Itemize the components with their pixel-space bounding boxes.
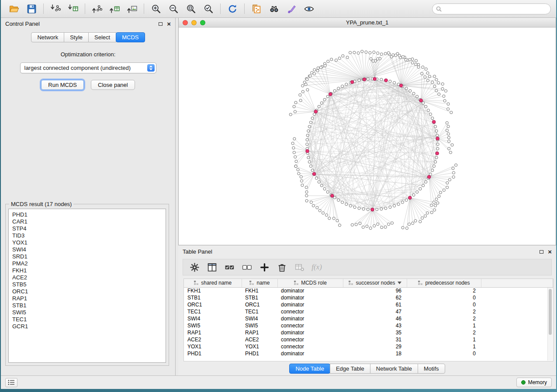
columns-button[interactable] <box>205 261 219 274</box>
close-panel-button[interactable]: Close panel <box>91 80 135 90</box>
import-table-button[interactable] <box>65 2 81 15</box>
cell-shared-name[interactable]: SWI5 <box>184 322 242 329</box>
mcds-result-item[interactable]: CAR1 <box>12 218 166 225</box>
cell-predecessor-nodes[interactable]: 2 <box>407 329 481 336</box>
mcds-result-item[interactable]: GCR1 <box>12 323 166 330</box>
apply-style-button[interactable] <box>284 2 299 15</box>
cell-predecessor-nodes[interactable]: 2 <box>407 315 481 322</box>
cell-name[interactable]: TEC1 <box>242 308 277 315</box>
search-field[interactable] <box>432 3 551 14</box>
cell-shared-name[interactable]: FKH1 <box>184 287 242 294</box>
export-image-button[interactable] <box>124 2 140 15</box>
table-row[interactable]: PHD1PHD1dominator180 <box>184 350 553 357</box>
table-row[interactable]: RAP1RAP1dominator352 <box>184 329 553 336</box>
cell-shared-name[interactable]: SWI4 <box>184 315 242 322</box>
table-tab-network-table[interactable]: Network Table <box>370 364 418 374</box>
refresh-layout-button[interactable] <box>225 2 240 15</box>
mcds-result-item[interactable]: SWI4 <box>12 246 166 253</box>
mcds-result-item[interactable]: SRD1 <box>12 253 166 260</box>
mcds-result-item[interactable]: FKH1 <box>12 267 166 274</box>
cell-shared-name[interactable]: STB1 <box>184 294 242 301</box>
mcds-result-item[interactable]: STB1 <box>12 302 166 309</box>
column-header-name[interactable]: name <box>242 279 277 287</box>
delete-row-button[interactable] <box>275 261 289 274</box>
table-scrollbar[interactable] <box>547 288 553 361</box>
control-panel-float-button[interactable] <box>159 22 163 26</box>
tab-network[interactable]: Network <box>31 32 64 42</box>
cell-name[interactable]: YOX1 <box>242 343 277 350</box>
cell-name[interactable]: STB1 <box>242 294 277 301</box>
memory-button[interactable]: Memory <box>516 378 552 387</box>
table-panel-close-button[interactable]: × <box>548 250 552 254</box>
mcds-result-item[interactable]: PHD1 <box>12 211 166 218</box>
table-tab-node-table[interactable]: Node Table <box>289 364 330 374</box>
window-zoom-button[interactable] <box>200 20 205 25</box>
cell-mcds-role[interactable]: connector <box>277 343 343 350</box>
run-mcds-button[interactable]: Run MCDS <box>41 80 84 90</box>
cell-name[interactable]: PHD1 <box>242 350 277 357</box>
column-header-predecessor-nodes[interactable]: predecessor nodes <box>407 279 481 287</box>
cell-successor-nodes[interactable]: 31 <box>343 336 407 343</box>
column-header-mcds-role[interactable]: MCDS role <box>277 279 343 287</box>
search-input[interactable] <box>444 6 547 12</box>
cell-predecessor-nodes[interactable]: 1 <box>407 343 481 350</box>
mcds-result-item[interactable]: RAP1 <box>12 295 166 302</box>
table-row[interactable]: ORC1ORC1dominator610 <box>184 301 553 308</box>
mcds-result-item[interactable]: ACE2 <box>12 274 166 281</box>
table-row[interactable]: YOX1YOX1connector291 <box>184 343 553 350</box>
window-minimize-button[interactable] <box>191 20 197 25</box>
cell-successor-nodes[interactable]: 62 <box>343 294 407 301</box>
zoom-in-button[interactable] <box>148 2 164 15</box>
zoom-out-button[interactable] <box>166 2 181 15</box>
cell-mcds-role[interactable]: dominator <box>277 301 343 308</box>
cell-successor-nodes[interactable]: 18 <box>343 350 407 357</box>
show-hide-graphics-button[interactable] <box>301 2 317 15</box>
cell-predecessor-nodes[interactable]: 1 <box>407 336 481 343</box>
window-close-button[interactable] <box>183 20 188 25</box>
mcds-result-item[interactable]: TEC1 <box>12 316 166 323</box>
cell-successor-nodes[interactable]: 47 <box>343 308 407 315</box>
cell-name[interactable]: ORC1 <box>242 301 277 308</box>
zoom-selected-button[interactable] <box>201 2 216 15</box>
cell-name[interactable]: FKH1 <box>242 287 277 294</box>
column-header-shared-name[interactable]: shared name <box>184 279 242 287</box>
cell-shared-name[interactable]: TEC1 <box>184 308 242 315</box>
export-table-button[interactable] <box>107 2 122 15</box>
table-row[interactable]: SWI5SWI5connector431 <box>184 322 553 329</box>
mcds-result-item[interactable]: ORC1 <box>12 288 166 295</box>
mcds-result-item[interactable]: STB5 <box>12 281 166 288</box>
cell-successor-nodes[interactable]: 43 <box>343 322 407 329</box>
cell-shared-name[interactable]: YOX1 <box>184 343 242 350</box>
tab-mcds[interactable]: MCDS <box>116 32 145 42</box>
cell-predecessor-nodes[interactable]: 0 <box>407 350 481 357</box>
cell-predecessor-nodes[interactable]: 2 <box>407 287 481 294</box>
table-tab-edge-table[interactable]: Edge Table <box>330 364 370 374</box>
save-session-button[interactable] <box>24 2 39 15</box>
select-all-button[interactable] <box>222 261 236 274</box>
cell-name[interactable]: ACE2 <box>242 336 277 343</box>
settings-button[interactable] <box>187 261 201 274</box>
table-tab-motifs[interactable]: Motifs <box>418 364 445 374</box>
mcds-result-item[interactable]: PMA2 <box>12 260 166 267</box>
cell-mcds-role[interactable]: dominator <box>277 287 343 294</box>
cell-name[interactable]: RAP1 <box>242 329 277 336</box>
cell-mcds-role[interactable]: dominator <box>277 350 343 357</box>
column-header-successor-nodes[interactable]: successor nodes <box>343 279 407 287</box>
table-row[interactable]: FKH1FKH1dominator962 <box>184 287 553 294</box>
mcds-result-item[interactable]: SWI5 <box>12 309 166 316</box>
cell-successor-nodes[interactable]: 29 <box>343 343 407 350</box>
clone-network-button[interactable] <box>249 2 264 15</box>
cell-predecessor-nodes[interactable]: 0 <box>407 294 481 301</box>
cell-name[interactable]: SWI4 <box>242 315 277 322</box>
optimization-criterion-select[interactable]: largest connected component (undirected) <box>20 62 156 73</box>
tab-style[interactable]: Style <box>64 32 89 42</box>
table-scrollbar-thumb[interactable] <box>549 289 552 335</box>
table-row[interactable]: STB1STB1dominator620 <box>184 294 553 301</box>
table-row[interactable]: ACE2ACE2connector311 <box>184 336 553 343</box>
mcds-result-item[interactable]: STP4 <box>12 225 166 232</box>
control-panel-close-button[interactable]: × <box>167 22 171 26</box>
network-window-titlebar[interactable]: YPA_prune.txt_1 <box>179 18 556 28</box>
table-row[interactable]: SWI4SWI4dominator462 <box>184 315 553 322</box>
add-row-button[interactable] <box>257 261 271 274</box>
cell-mcds-role[interactable]: connector <box>277 322 343 329</box>
